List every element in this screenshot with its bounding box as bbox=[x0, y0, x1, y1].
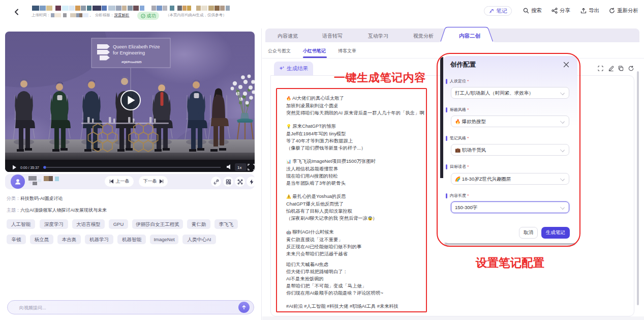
svg-text:0:00 / 35:37: 0:00 / 35:37 bbox=[20, 166, 39, 169]
svg-text:1x: 1x bbox=[237, 165, 241, 170]
svg-text:for Engineering: for Engineering bbox=[113, 50, 145, 55]
svg-text:#QEPrize2025: #QEPrize2025 bbox=[121, 61, 142, 64]
svg-text:Queen Elizabeth Prize: Queen Elizabeth Prize bbox=[113, 44, 160, 49]
